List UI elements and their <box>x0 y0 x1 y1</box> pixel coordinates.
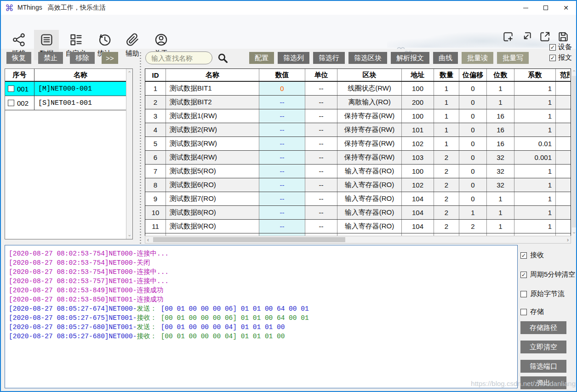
scroll-down-icon[interactable]: ⌄ <box>571 229 577 235</box>
cell-value[interactable]: -- <box>259 151 305 164</box>
log-option-row[interactable]: ✓周期5分钟清空 <box>520 270 575 279</box>
search-input[interactable] <box>145 51 212 64</box>
panel-splitter[interactable] <box>139 51 142 244</box>
cell-value[interactable]: -- <box>259 123 305 136</box>
cell-range <box>556 96 570 109</box>
data-table-row[interactable]: 6测试数据4(RW)----保持寄存器(RW)10320320.001 <box>145 151 571 165</box>
device-action-button[interactable]: 禁止 <box>38 52 63 64</box>
cell-value[interactable]: -- <box>259 178 305 192</box>
cell-value[interactable]: 0 <box>259 82 305 95</box>
device-checkbox[interactable] <box>8 85 14 92</box>
cell-unit: -- <box>305 178 337 192</box>
table-toolbar-button[interactable]: 筛选行 <box>313 52 345 64</box>
cell-value[interactable]: -- <box>259 96 305 109</box>
data-table-row[interactable]: 7测试数据5(RO)----输入寄存器(RO)10020321 <box>145 165 571 178</box>
log-panel-button[interactable]: 弹出 <box>520 376 566 389</box>
search-icon[interactable] <box>217 52 229 64</box>
log-panel-button[interactable]: 存储路径 <box>520 321 566 334</box>
data-table-column-header[interactable]: 系数 <box>514 69 556 81</box>
searchbar <box>145 51 229 64</box>
data-table-column-header[interactable]: 区块 <box>337 69 402 81</box>
scroll-left-icon[interactable]: ‹ <box>147 237 149 243</box>
data-table-column-header[interactable]: 地址 <box>402 69 434 81</box>
horizontal-scroll-thumb[interactable] <box>153 237 345 242</box>
data-table-row[interactable]: 4测试数据2(RW)----保持寄存器(RW)10110161 <box>145 123 571 137</box>
scroll-up-icon[interactable]: ⌃ <box>571 69 577 75</box>
log-panel-button[interactable]: 立即清空 <box>520 341 566 353</box>
new-window-icon[interactable] <box>502 31 514 45</box>
cell-unit: -- <box>305 82 337 95</box>
cell-value[interactable]: -- <box>259 192 305 205</box>
data-table-column-header[interactable]: 名称 <box>166 69 259 81</box>
table-toolbar-button[interactable]: 解析报文 <box>391 52 429 64</box>
table-toolbar-button[interactable]: 批量读 <box>462 52 493 64</box>
log-option-row[interactable]: 原始字节流 <box>520 290 565 298</box>
cell-value[interactable]: -- <box>259 109 305 123</box>
table-toolbar-button[interactable]: 批量写 <box>497 52 529 64</box>
device-action-button[interactable]: >> <box>102 52 118 64</box>
device-name: [S]NET001-001 <box>34 96 126 110</box>
data-table-row[interactable]: 9测试数据7(RO)----输入寄存器(RO)1042011 <box>145 192 571 206</box>
minimize-button[interactable] <box>515 1 536 15</box>
table-toolbar-button[interactable]: 筛选列 <box>278 52 309 64</box>
log-option-row[interactable]: ✓接收 <box>520 251 544 260</box>
table-toolbar-button[interactable]: 筛选区块 <box>348 52 387 64</box>
app-window: ⌘ MThings高效工作，快乐生活 ✕ 链接数据自定义统计辅助关于 ✓设备✓报… <box>0 0 577 392</box>
data-table-row[interactable]: 3测试数据1(RW)----保持寄存器(RW)10010161 <box>145 109 571 123</box>
device-list-scrollbar[interactable]: ⌃ ⌄ <box>126 69 132 239</box>
device-action-button[interactable]: 移除 <box>70 52 95 64</box>
scroll-up-icon[interactable]: ⌃ <box>126 70 132 76</box>
scroll-down-icon[interactable]: ⌄ <box>126 232 132 238</box>
data-table-row[interactable]: 10测试数据8(RO)----输入寄存器(RO)1042111 <box>145 206 571 220</box>
checkbox-接收[interactable]: ✓ <box>520 252 527 259</box>
view-checkbox-row[interactable]: ✓设备 <box>549 43 572 51</box>
checkbox-原始字节流[interactable] <box>520 291 527 297</box>
cell-value[interactable]: -- <box>259 220 305 233</box>
log-panel-button[interactable]: 筛选端口 <box>520 360 566 373</box>
data-table-column-header[interactable]: 位偏移 <box>459 69 487 81</box>
log-segment: [2020-08-27 08:05:27-674]NET000- <box>9 305 137 312</box>
cell-value[interactable]: -- <box>259 137 305 150</box>
cell-name: 测试数据5(RO) <box>166 165 259 178</box>
table-toolbar-button[interactable]: 曲线 <box>433 52 458 64</box>
data-table-column-header[interactable]: ID <box>145 69 166 81</box>
checkbox-存储[interactable] <box>520 309 527 315</box>
data-table-column-header[interactable]: 单位 <box>305 69 337 81</box>
table-horizontal-scrollbar[interactable]: ‹ › <box>145 236 571 244</box>
data-table-row[interactable]: 11测试数据9(RO)----输入寄存器(RO)1042211 <box>145 220 571 233</box>
device-row[interactable]: 002[S]NET001-001 <box>5 96 126 110</box>
maximize-button[interactable] <box>536 1 556 15</box>
cell-value[interactable]: -- <box>259 165 305 178</box>
device-action-button[interactable]: 恢复 <box>6 52 31 64</box>
import-icon[interactable] <box>520 31 532 45</box>
table-vertical-scrollbar[interactable]: ⌃ ⌄ <box>571 68 577 236</box>
data-table-column-header[interactable]: 范围 <box>556 69 570 81</box>
data-table-column-header[interactable]: 位数 <box>487 69 514 81</box>
close-button[interactable]: ✕ <box>556 1 576 15</box>
cell-value[interactable]: -- <box>259 206 305 219</box>
cell-unit: -- <box>305 151 337 164</box>
checkbox-周期5分钟清空[interactable]: ✓ <box>520 272 527 278</box>
vertical-scroll-thumb[interactable] <box>572 76 576 227</box>
data-table-row[interactable]: 8测试数据6(RO)----输入寄存器(RO)10220321 <box>145 178 571 192</box>
cell-name: 测试数据6(RO) <box>166 178 259 192</box>
scroll-right-icon[interactable]: › <box>567 237 569 243</box>
cell-block: 输入寄存器(RO) <box>337 192 402 205</box>
table-toolbar-button[interactable]: 配置 <box>249 52 274 64</box>
cell-bits: 32 <box>487 151 514 164</box>
log-option-row[interactable]: 存储 <box>520 307 544 316</box>
cell-id: 1 <box>145 82 166 95</box>
data-table-row[interactable]: 5测试数据3(RW)----保持寄存器(RW)10210160.01 <box>145 137 571 151</box>
data-point-table: ID名称数值单位区块地址数量位偏移位数系数范围 1测试数据BIT10--线圈状态… <box>145 68 571 236</box>
data-table-row[interactable]: 1测试数据BIT10--线圈状态(RW)1001011 <box>145 82 571 96</box>
data-table-column-header[interactable]: 数值 <box>259 69 305 81</box>
data-table-column-header[interactable]: 数量 <box>434 69 459 81</box>
checkbox-设备[interactable]: ✓ <box>549 44 556 51</box>
view-checkbox-row[interactable]: ✓报文 <box>549 53 572 62</box>
device-checkbox[interactable] <box>8 100 14 106</box>
checkbox-报文[interactable]: ✓ <box>549 55 556 61</box>
log-output: [2020-08-27 08:02:53-754]NET000-连接中...[2… <box>5 245 518 388</box>
device-row[interactable]: 001[M]NET000-001 <box>5 82 126 96</box>
data-table-row[interactable]: 2测试数据BIT2----离散输入(RO)2001011 <box>145 96 571 109</box>
cell-id: 8 <box>145 178 166 192</box>
